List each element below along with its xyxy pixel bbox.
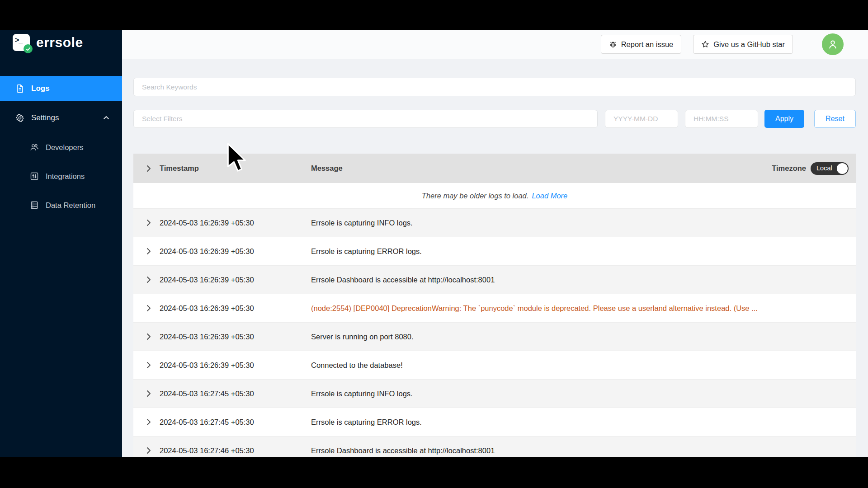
timezone-label: Timezone xyxy=(772,164,806,173)
log-row[interactable]: 2024-05-03 16:26:39 +05:30Server is runn… xyxy=(133,323,856,351)
chevron-right-icon xyxy=(144,389,153,398)
log-timestamp: 2024-05-03 16:27:46 +05:30 xyxy=(160,446,311,455)
log-row[interactable]: 2024-05-03 16:26:39 +05:30Errsole Dashbo… xyxy=(133,266,856,294)
log-timestamp: 2024-05-03 16:26:39 +05:30 xyxy=(160,247,311,256)
report-issue-button[interactable]: Report an issue xyxy=(601,35,682,54)
app-logo: >_ errsole xyxy=(13,33,83,52)
column-header-timestamp: Timestamp xyxy=(160,164,311,173)
log-message: Errsole is capturing ERROR logs. xyxy=(311,247,856,256)
chevron-right-icon xyxy=(144,332,153,341)
toggle-knob xyxy=(837,163,848,174)
star-icon xyxy=(701,40,709,48)
github-star-label: Give us a GitHub star xyxy=(713,40,785,49)
log-timestamp: 2024-05-03 16:26:39 +05:30 xyxy=(160,333,311,341)
reset-button[interactable]: Reset xyxy=(814,110,856,128)
sidebar-item-settings[interactable]: Settings xyxy=(0,105,122,131)
search-keywords-input[interactable] xyxy=(133,78,856,96)
log-message: Errsole is capturing INFO logs. xyxy=(311,219,856,227)
sidebar-item-label: Developers xyxy=(46,143,83,152)
chevron-right-icon xyxy=(144,247,153,256)
chevron-right-icon xyxy=(144,446,153,455)
log-timestamp: 2024-05-03 16:26:39 +05:30 xyxy=(160,276,311,284)
timezone-toggle[interactable]: Local xyxy=(811,162,849,175)
file-icon xyxy=(15,84,24,93)
sidebar-item-label: Logs xyxy=(31,84,50,93)
user-avatar[interactable] xyxy=(822,33,844,55)
log-row[interactable]: 2024-05-03 16:27:45 +05:30Errsole is cap… xyxy=(133,380,856,408)
sidebar-item-integrations[interactable]: Integrations xyxy=(0,165,122,187)
log-timestamp: 2024-05-03 16:26:39 +05:30 xyxy=(160,304,311,313)
log-row[interactable]: 2024-05-03 16:27:45 +05:30Errsole is cap… xyxy=(133,408,856,436)
apply-button[interactable]: Apply xyxy=(764,110,804,128)
app-logo-text: errsole xyxy=(36,35,83,50)
log-message: Server is running on port 8080. xyxy=(311,333,856,341)
load-more-link[interactable]: Load More xyxy=(532,192,567,200)
errsole-app-window: >_ errsole Logs Settings Developer xyxy=(0,30,868,457)
table-header: Timestamp Message Timezone Local xyxy=(133,154,856,183)
main-content: Apply Reset Timestamp Message Timezone L… xyxy=(122,59,868,457)
select-filters-input[interactable] xyxy=(133,110,598,128)
timezone-toggle-value: Local xyxy=(816,164,832,172)
terminal-logo-icon: >_ xyxy=(13,34,30,51)
log-timestamp: 2024-05-03 16:27:45 +05:30 xyxy=(160,389,311,398)
chevron-right-icon xyxy=(144,361,153,370)
team-icon xyxy=(30,143,39,152)
sidebar-item-label: Settings xyxy=(31,113,59,122)
check-badge-icon xyxy=(24,44,33,53)
screen: >_ errsole Logs Settings Developer xyxy=(0,0,868,488)
sidebar-item-label: Integrations xyxy=(46,172,85,181)
bug-icon xyxy=(609,40,617,48)
chevron-right-icon xyxy=(144,218,153,227)
log-message: Errsole is capturing ERROR logs. xyxy=(311,418,856,427)
log-message: Errsole is capturing INFO logs. xyxy=(311,389,856,398)
log-row[interactable]: 2024-05-03 16:26:39 +05:30Connected to t… xyxy=(133,351,856,380)
log-message: Connected to the database! xyxy=(311,361,856,370)
chevron-right-icon xyxy=(144,275,153,284)
sidebar-item-developers[interactable]: Developers xyxy=(0,136,122,158)
database-icon xyxy=(30,201,39,210)
log-row[interactable]: 2024-05-03 16:26:39 +05:30Errsole is cap… xyxy=(133,209,856,237)
load-more-text: There may be older logs to load. xyxy=(422,192,529,200)
sidebar-item-logs[interactable]: Logs xyxy=(0,76,122,101)
log-row[interactable]: 2024-05-03 16:26:39 +05:30(node:2554) [D… xyxy=(133,294,856,323)
github-star-button[interactable]: Give us a GitHub star xyxy=(693,35,793,54)
log-timestamp: 2024-05-03 16:27:45 +05:30 xyxy=(160,418,311,427)
sidebar-item-label: Data Retention xyxy=(46,201,95,210)
topbar: Report an issue Give us a GitHub star xyxy=(122,30,868,59)
load-more-row: There may be older logs to load. Load Mo… xyxy=(133,183,856,209)
chevron-up-icon xyxy=(103,115,109,121)
person-icon xyxy=(827,38,839,50)
time-input[interactable] xyxy=(685,110,758,128)
chevron-right-icon xyxy=(144,304,153,313)
log-row[interactable]: 2024-05-03 16:27:46 +05:30Errsole Dashbo… xyxy=(133,436,856,457)
log-table: Timestamp Message Timezone Local There m… xyxy=(133,154,856,457)
log-timestamp: 2024-05-03 16:26:39 +05:30 xyxy=(160,219,311,227)
gear-icon xyxy=(15,113,24,122)
log-message: (node:2554) [DEP0040] DeprecationWarning… xyxy=(311,304,856,313)
sidebar-item-data-retention[interactable]: Data Retention xyxy=(0,194,122,216)
sidebar: >_ errsole Logs Settings Developer xyxy=(0,30,122,457)
chevron-right-icon xyxy=(144,164,153,173)
date-input[interactable] xyxy=(605,110,678,128)
log-message: Errsole Dashboard is accessible at http:… xyxy=(311,446,856,455)
log-rows: 2024-05-03 16:26:39 +05:30Errsole is cap… xyxy=(133,209,856,457)
log-message: Errsole Dashboard is accessible at http:… xyxy=(311,276,856,284)
log-timestamp: 2024-05-03 16:26:39 +05:30 xyxy=(160,361,311,370)
sliders-icon xyxy=(30,172,39,181)
log-row[interactable]: 2024-05-03 16:26:39 +05:30Errsole is cap… xyxy=(133,237,856,266)
chevron-right-icon xyxy=(144,418,153,427)
column-header-message: Message xyxy=(311,164,343,173)
report-issue-label: Report an issue xyxy=(621,40,674,49)
